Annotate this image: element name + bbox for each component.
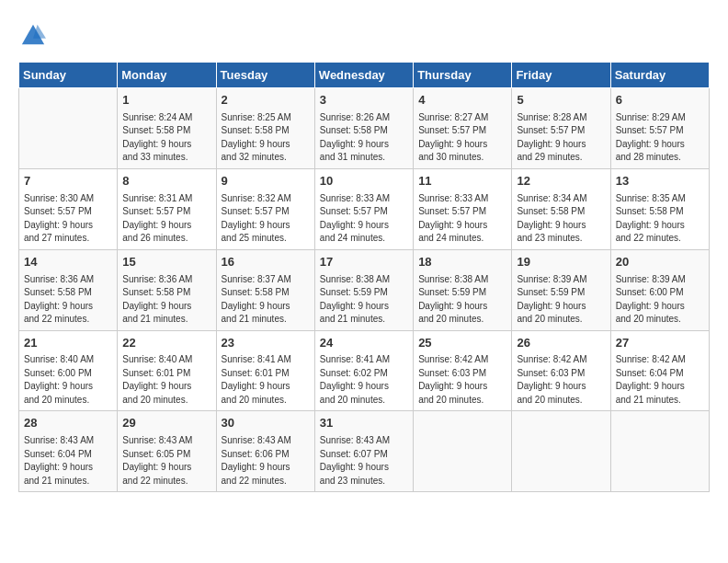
day-info: Sunrise: 8:42 AM Sunset: 6:04 PM Dayligh… <box>616 353 704 407</box>
calendar-body: 1Sunrise: 8:24 AM Sunset: 5:58 PM Daylig… <box>19 88 710 492</box>
day-number: 11 <box>418 173 506 190</box>
day-info: Sunrise: 8:41 AM Sunset: 6:01 PM Dayligh… <box>222 353 310 407</box>
day-info: Sunrise: 8:33 AM Sunset: 5:57 PM Dayligh… <box>418 192 506 246</box>
day-info: Sunrise: 8:36 AM Sunset: 5:58 PM Dayligh… <box>122 273 210 327</box>
day-number: 20 <box>616 254 704 271</box>
day-info: Sunrise: 8:38 AM Sunset: 5:59 PM Dayligh… <box>320 273 408 327</box>
day-cell <box>414 411 512 492</box>
day-cell: 7Sunrise: 8:30 AM Sunset: 5:57 PM Daylig… <box>19 168 118 249</box>
day-cell: 1Sunrise: 8:24 AM Sunset: 5:58 PM Daylig… <box>118 88 216 169</box>
day-info: Sunrise: 8:25 AM Sunset: 5:58 PM Dayligh… <box>222 111 310 165</box>
day-number: 2 <box>222 92 310 109</box>
day-info: Sunrise: 8:33 AM Sunset: 5:57 PM Dayligh… <box>320 192 408 246</box>
day-info: Sunrise: 8:28 AM Sunset: 5:57 PM Dayligh… <box>517 111 605 165</box>
day-number: 5 <box>517 92 605 109</box>
day-number: 23 <box>222 335 310 352</box>
logo <box>18 23 46 52</box>
day-cell: 11Sunrise: 8:33 AM Sunset: 5:57 PM Dayli… <box>414 168 512 249</box>
calendar-table: SundayMondayTuesdayWednesdayThursdayFrid… <box>18 62 710 492</box>
day-number: 24 <box>320 335 408 352</box>
day-info: Sunrise: 8:43 AM Sunset: 6:07 PM Dayligh… <box>320 434 408 488</box>
day-cell: 25Sunrise: 8:42 AM Sunset: 6:03 PM Dayli… <box>414 330 512 411</box>
day-info: Sunrise: 8:41 AM Sunset: 6:02 PM Dayligh… <box>320 353 408 407</box>
week-row-5: 28Sunrise: 8:43 AM Sunset: 6:04 PM Dayli… <box>19 411 710 492</box>
day-number: 29 <box>122 415 210 432</box>
day-cell: 12Sunrise: 8:34 AM Sunset: 5:58 PM Dayli… <box>512 168 610 249</box>
day-number: 26 <box>517 335 605 352</box>
day-info: Sunrise: 8:40 AM Sunset: 6:01 PM Dayligh… <box>122 353 210 407</box>
day-number: 13 <box>616 173 704 190</box>
day-number: 9 <box>222 173 310 190</box>
day-cell: 31Sunrise: 8:43 AM Sunset: 6:07 PM Dayli… <box>314 411 413 492</box>
day-number: 14 <box>24 254 112 271</box>
day-cell: 8Sunrise: 8:31 AM Sunset: 5:57 PM Daylig… <box>118 168 216 249</box>
day-number: 28 <box>24 415 112 432</box>
day-cell: 21Sunrise: 8:40 AM Sunset: 6:00 PM Dayli… <box>19 330 118 411</box>
day-cell <box>19 88 118 169</box>
week-row-1: 1Sunrise: 8:24 AM Sunset: 5:58 PM Daylig… <box>19 88 710 169</box>
week-row-3: 14Sunrise: 8:36 AM Sunset: 5:58 PM Dayli… <box>19 249 710 330</box>
day-cell: 20Sunrise: 8:39 AM Sunset: 6:00 PM Dayli… <box>610 249 709 330</box>
day-info: Sunrise: 8:39 AM Sunset: 6:00 PM Dayligh… <box>616 273 704 327</box>
day-info: Sunrise: 8:43 AM Sunset: 6:06 PM Dayligh… <box>222 434 310 488</box>
day-info: Sunrise: 8:24 AM Sunset: 5:58 PM Dayligh… <box>122 111 210 165</box>
weekday-header-sunday: Sunday <box>19 63 118 88</box>
day-cell: 4Sunrise: 8:27 AM Sunset: 5:57 PM Daylig… <box>414 88 512 169</box>
day-cell: 24Sunrise: 8:41 AM Sunset: 6:02 PM Dayli… <box>314 330 413 411</box>
weekday-header-friday: Friday <box>512 63 610 88</box>
weekday-header-saturday: Saturday <box>610 63 709 88</box>
day-number: 16 <box>222 254 310 271</box>
day-number: 6 <box>616 92 704 109</box>
weekday-header-wednesday: Wednesday <box>314 63 413 88</box>
day-number: 15 <box>122 254 210 271</box>
week-row-2: 7Sunrise: 8:30 AM Sunset: 5:57 PM Daylig… <box>19 168 710 249</box>
day-info: Sunrise: 8:30 AM Sunset: 5:57 PM Dayligh… <box>24 192 112 246</box>
day-info: Sunrise: 8:27 AM Sunset: 5:57 PM Dayligh… <box>418 111 506 165</box>
week-row-4: 21Sunrise: 8:40 AM Sunset: 6:00 PM Dayli… <box>19 330 710 411</box>
day-number: 3 <box>320 92 408 109</box>
day-number: 17 <box>320 254 408 271</box>
day-cell: 28Sunrise: 8:43 AM Sunset: 6:04 PM Dayli… <box>19 411 118 492</box>
day-cell: 19Sunrise: 8:39 AM Sunset: 5:59 PM Dayli… <box>512 249 610 330</box>
day-cell: 9Sunrise: 8:32 AM Sunset: 5:57 PM Daylig… <box>216 168 314 249</box>
day-number: 1 <box>122 92 210 109</box>
weekday-header-monday: Monday <box>118 63 216 88</box>
day-number: 8 <box>122 173 210 190</box>
day-info: Sunrise: 8:42 AM Sunset: 6:03 PM Dayligh… <box>418 353 506 407</box>
day-cell: 14Sunrise: 8:36 AM Sunset: 5:58 PM Dayli… <box>19 249 118 330</box>
day-info: Sunrise: 8:34 AM Sunset: 5:58 PM Dayligh… <box>517 192 605 246</box>
day-info: Sunrise: 8:43 AM Sunset: 6:05 PM Dayligh… <box>122 434 210 488</box>
weekday-header-thursday: Thursday <box>414 63 512 88</box>
day-cell: 18Sunrise: 8:38 AM Sunset: 5:59 PM Dayli… <box>414 249 512 330</box>
header <box>18 18 710 52</box>
day-info: Sunrise: 8:38 AM Sunset: 5:59 PM Dayligh… <box>418 273 506 327</box>
day-number: 31 <box>320 415 408 432</box>
day-number: 4 <box>418 92 506 109</box>
day-cell: 10Sunrise: 8:33 AM Sunset: 5:57 PM Dayli… <box>314 168 413 249</box>
day-cell: 5Sunrise: 8:28 AM Sunset: 5:57 PM Daylig… <box>512 88 610 169</box>
day-info: Sunrise: 8:26 AM Sunset: 5:58 PM Dayligh… <box>320 111 408 165</box>
day-number: 10 <box>320 173 408 190</box>
day-cell: 29Sunrise: 8:43 AM Sunset: 6:05 PM Dayli… <box>118 411 216 492</box>
day-info: Sunrise: 8:40 AM Sunset: 6:00 PM Dayligh… <box>24 353 112 407</box>
day-cell: 22Sunrise: 8:40 AM Sunset: 6:01 PM Dayli… <box>118 330 216 411</box>
day-number: 27 <box>616 335 704 352</box>
day-info: Sunrise: 8:36 AM Sunset: 5:58 PM Dayligh… <box>24 273 112 327</box>
weekday-header-tuesday: Tuesday <box>216 63 314 88</box>
day-info: Sunrise: 8:42 AM Sunset: 6:03 PM Dayligh… <box>517 353 605 407</box>
day-cell <box>512 411 610 492</box>
day-cell <box>610 411 709 492</box>
logo-icon <box>20 23 46 49</box>
day-info: Sunrise: 8:29 AM Sunset: 5:57 PM Dayligh… <box>616 111 704 165</box>
day-info: Sunrise: 8:32 AM Sunset: 5:57 PM Dayligh… <box>222 192 310 246</box>
day-info: Sunrise: 8:37 AM Sunset: 5:58 PM Dayligh… <box>222 273 310 327</box>
day-number: 7 <box>24 173 112 190</box>
day-number: 18 <box>418 254 506 271</box>
day-number: 22 <box>122 335 210 352</box>
day-number: 19 <box>517 254 605 271</box>
day-cell: 27Sunrise: 8:42 AM Sunset: 6:04 PM Dayli… <box>610 330 709 411</box>
day-number: 25 <box>418 335 506 352</box>
day-cell: 16Sunrise: 8:37 AM Sunset: 5:58 PM Dayli… <box>216 249 314 330</box>
day-cell: 26Sunrise: 8:42 AM Sunset: 6:03 PM Dayli… <box>512 330 610 411</box>
day-cell: 17Sunrise: 8:38 AM Sunset: 5:59 PM Dayli… <box>314 249 413 330</box>
